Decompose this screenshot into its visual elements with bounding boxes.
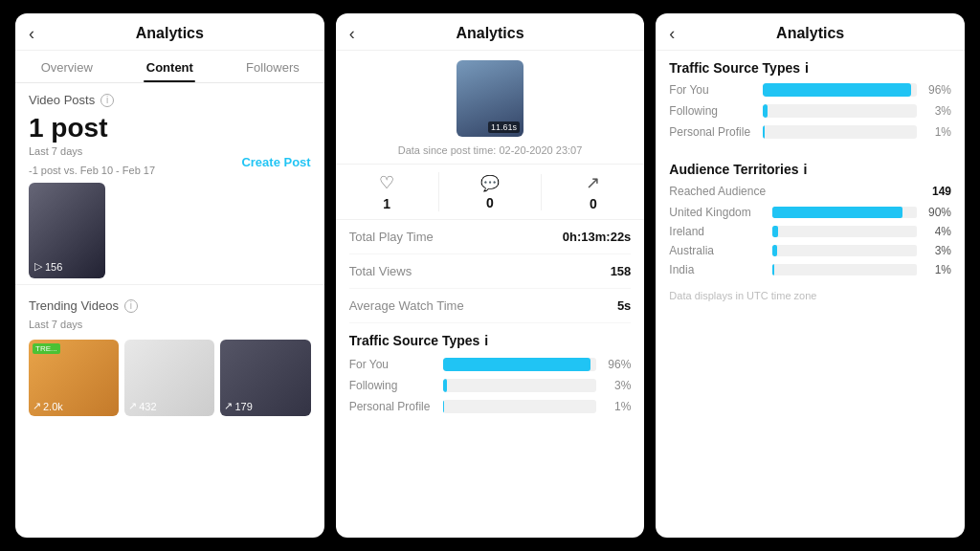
audience-label-australia: Australia xyxy=(669,244,765,257)
divider xyxy=(15,284,324,285)
engagement-likes: ♡ 1 xyxy=(336,172,439,211)
utc-note: Data displays in UTC time zone xyxy=(669,282,951,305)
traffic-row-for-you: For You 96% xyxy=(349,358,632,371)
audience-track-australia xyxy=(772,245,917,256)
trending-info-icon[interactable]: i xyxy=(124,299,138,313)
p3-traffic-row-for-you: For You 96% xyxy=(669,83,951,97)
audience-fill-australia xyxy=(772,245,777,256)
stat-avg-watch-label: Average Watch Time xyxy=(349,298,464,313)
tab-bar: Overview Content Followers xyxy=(15,51,324,83)
traffic-track-personal xyxy=(443,400,597,413)
traffic-label-for-you: For You xyxy=(349,358,435,371)
stat-total-play-time-value: 0h:13m:22s xyxy=(563,230,632,244)
p3-traffic-fill-following xyxy=(763,104,768,118)
audience-track-india xyxy=(772,264,917,276)
engagement-row: ♡ 1 💬 0 ↗ 0 xyxy=(336,164,645,220)
trending-arrow-3: ↗ xyxy=(224,400,233,412)
trending-item-2[interactable]: ↗ 432 xyxy=(124,340,214,416)
back-arrow-icon-2[interactable]: ‹ xyxy=(349,24,355,44)
traffic-row-following: Following 3% xyxy=(349,379,632,392)
audience-fill-ireland xyxy=(772,226,778,237)
p3-traffic-pct-following: 3% xyxy=(924,104,951,118)
like-icon: ♡ xyxy=(379,172,394,193)
p3-traffic-info-icon[interactable]: i xyxy=(805,60,809,76)
video-play-bar: ▷ 156 xyxy=(34,260,62,273)
tab-overview[interactable]: Overview xyxy=(15,51,119,82)
video-thumbnail[interactable]: ▷ 156 xyxy=(29,183,105,278)
video-posts-section-title: Video Posts i xyxy=(15,83,324,111)
audience-pct-india: 1% xyxy=(924,263,951,276)
view-count: 156 xyxy=(45,261,62,273)
traffic-pct-for-you: 96% xyxy=(604,358,631,371)
audience-pct-australia: 3% xyxy=(924,244,951,257)
stat-total-views-label: Total Views xyxy=(349,264,412,278)
panel1-header: ‹ Analytics xyxy=(15,13,324,51)
p3-traffic-title: Traffic Source Types i xyxy=(669,60,951,76)
info-icon[interactable]: i xyxy=(100,94,114,107)
like-count: 1 xyxy=(383,196,390,211)
audience-track-uk xyxy=(772,207,917,218)
stat-avg-watch-value: 5s xyxy=(617,298,631,313)
tab-followers[interactable]: Followers xyxy=(221,51,324,82)
traffic-title: Traffic Source Types i xyxy=(349,333,632,348)
reached-label: Reached Audience xyxy=(669,185,766,198)
audience-label-uk: United Kingdom xyxy=(669,206,765,219)
reached-audience-row: Reached Audience 149 xyxy=(669,185,951,198)
p3-traffic-row-following: Following 3% xyxy=(669,104,951,118)
reached-value: 149 xyxy=(932,185,951,198)
p3-traffic-row-personal: Personal Profile 1% xyxy=(669,125,951,139)
traffic-pct-following: 3% xyxy=(604,379,631,392)
traffic-fill-for-you xyxy=(443,358,590,371)
traffic-section: Traffic Source Types i For You 96% Follo… xyxy=(336,323,645,413)
panel3-content: Traffic Source Types i For You 96% Follo… xyxy=(656,51,965,538)
stat-total-play-time-label: Total Play Time xyxy=(349,230,434,244)
p3-traffic-label-for-you: For You xyxy=(669,83,755,97)
audience-fill-uk xyxy=(772,207,902,218)
stat-total-views: Total Views 158 xyxy=(349,254,632,289)
traffic-label-personal: Personal Profile xyxy=(349,400,435,413)
audience-fill-india xyxy=(772,264,774,276)
p3-traffic-track-following xyxy=(763,104,917,118)
trending-item-3[interactable]: ↗ 179 xyxy=(220,340,310,416)
audience-label-ireland: Ireland xyxy=(669,225,765,238)
p3-audience-info-icon[interactable]: i xyxy=(803,162,807,177)
p3-audience-title: Audience Territories i xyxy=(669,162,951,177)
audience-row-india: India 1% xyxy=(669,263,951,276)
app-container: ‹ Analytics Overview Content Followers V… xyxy=(0,0,980,551)
panel3-inner: Traffic Source Types i For You 96% Follo… xyxy=(656,51,965,315)
panel2-content: 11.61s Data since post time: 02-20-2020 … xyxy=(336,51,645,538)
video-detail-thumb-box: 11.61s xyxy=(457,60,523,137)
panel2-title: Analytics xyxy=(456,25,523,42)
video-duration-badge: 11.61s xyxy=(488,121,520,133)
traffic-pct-personal: 1% xyxy=(604,400,631,413)
trending-count-3: ↗ 179 xyxy=(224,400,252,412)
panel1-content: Video Posts i 1 post Last 7 days -1 post… xyxy=(15,83,324,538)
video-detail-thumbnail-area: 11.61s xyxy=(336,51,645,141)
back-arrow-icon[interactable]: ‹ xyxy=(29,24,34,44)
trending-grid: TRE... ↗ 2.0k ↗ 432 ↗ 179 xyxy=(15,336,324,426)
share-icon: ↗ xyxy=(586,172,600,193)
engagement-comments: 💬 0 xyxy=(439,174,543,210)
traffic-fill-personal xyxy=(443,400,445,413)
audience-row-uk: United Kingdom 90% xyxy=(669,206,951,219)
back-arrow-icon-3[interactable]: ‹ xyxy=(669,24,675,44)
trending-section-title: Trending Videos i xyxy=(15,289,324,317)
stat-avg-watch: Average Watch Time 5s xyxy=(349,289,632,323)
audience-pct-ireland: 4% xyxy=(924,225,951,238)
trending-item-1[interactable]: TRE... ↗ 2.0k xyxy=(29,340,119,416)
traffic-fill-following xyxy=(443,379,448,392)
panel3-title: Analytics xyxy=(776,25,844,42)
trending-count-2: ↗ 432 xyxy=(128,400,156,412)
tab-content[interactable]: Content xyxy=(119,51,222,82)
p3-traffic-fill-for-you xyxy=(763,83,910,97)
traffic-info-icon[interactable]: i xyxy=(484,333,488,348)
traffic-track-for-you xyxy=(443,358,597,371)
traffic-track-following xyxy=(443,379,597,392)
panel2-header: ‹ Analytics xyxy=(336,13,645,51)
create-post-button[interactable]: Create Post xyxy=(241,155,310,169)
panel-video-detail: ‹ Analytics 11.61s Data since post time:… xyxy=(336,13,645,538)
post-count: 1 post xyxy=(15,111,324,143)
p3-traffic-track-personal xyxy=(763,125,917,139)
audience-track-ireland xyxy=(772,226,917,237)
trending-count-1: ↗ 2.0k xyxy=(33,400,63,412)
